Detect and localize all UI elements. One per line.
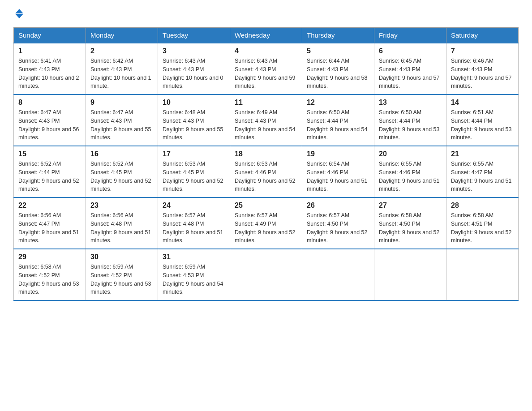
calendar-day-header: Thursday	[302, 28, 374, 43]
calendar-cell: 23 Sunrise: 6:56 AM Sunset: 4:48 PM Dayl…	[86, 197, 158, 249]
calendar-day-header: Saturday	[446, 28, 519, 43]
calendar-header-row: SundayMondayTuesdayWednesdayThursdayFrid…	[14, 28, 519, 43]
calendar-cell: 13 Sunrise: 6:50 AM Sunset: 4:44 PM Dayl…	[374, 94, 446, 146]
day-number: 25	[235, 201, 297, 210]
calendar-cell: 8 Sunrise: 6:47 AM Sunset: 4:43 PM Dayli…	[14, 94, 86, 146]
day-info: Sunrise: 6:57 AM Sunset: 4:50 PM Dayligh…	[307, 211, 369, 245]
day-info: Sunrise: 6:46 AM Sunset: 4:43 PM Dayligh…	[451, 57, 514, 90]
day-number: 9	[90, 98, 153, 107]
day-number: 27	[379, 201, 442, 210]
day-info: Sunrise: 6:43 AM Sunset: 4:43 PM Dayligh…	[163, 57, 225, 90]
day-number: 22	[18, 201, 81, 210]
calendar-cell: 15 Sunrise: 6:52 AM Sunset: 4:44 PM Dayl…	[14, 146, 86, 197]
day-number: 14	[451, 98, 514, 107]
day-info: Sunrise: 6:58 AM Sunset: 4:50 PM Dayligh…	[379, 211, 442, 245]
day-number: 5	[307, 47, 369, 55]
day-info: Sunrise: 6:52 AM Sunset: 4:44 PM Dayligh…	[18, 160, 81, 193]
calendar-cell: 6 Sunrise: 6:45 AM Sunset: 4:43 PM Dayli…	[374, 43, 446, 94]
day-info: Sunrise: 6:57 AM Sunset: 4:49 PM Dayligh…	[235, 211, 297, 245]
day-number: 31	[163, 253, 225, 261]
logo	[13, 9, 23, 18]
calendar-day-header: Monday	[86, 28, 158, 43]
day-number: 26	[307, 201, 369, 210]
day-number: 23	[90, 201, 153, 210]
day-info: Sunrise: 6:57 AM Sunset: 4:48 PM Dayligh…	[163, 211, 225, 245]
day-number: 15	[18, 150, 81, 158]
page-header	[13, 9, 519, 18]
day-number: 28	[451, 201, 514, 210]
calendar-table: SundayMondayTuesdayWednesdayThursdayFrid…	[13, 27, 519, 301]
calendar-cell	[302, 249, 374, 300]
day-number: 1	[18, 47, 81, 55]
calendar-cell	[374, 249, 446, 300]
day-info: Sunrise: 6:49 AM Sunset: 4:43 PM Dayligh…	[235, 108, 297, 142]
calendar-cell: 22 Sunrise: 6:56 AM Sunset: 4:47 PM Dayl…	[14, 197, 86, 249]
day-number: 29	[18, 253, 81, 261]
day-number: 10	[163, 98, 225, 107]
calendar-cell: 30 Sunrise: 6:59 AM Sunset: 4:52 PM Dayl…	[86, 249, 158, 300]
logo-icon	[15, 9, 23, 18]
calendar-cell: 25 Sunrise: 6:57 AM Sunset: 4:49 PM Dayl…	[230, 197, 302, 249]
calendar-cell: 18 Sunrise: 6:53 AM Sunset: 4:46 PM Dayl…	[230, 146, 302, 197]
day-info: Sunrise: 6:55 AM Sunset: 4:47 PM Dayligh…	[451, 160, 514, 193]
calendar-cell: 2 Sunrise: 6:42 AM Sunset: 4:43 PM Dayli…	[86, 43, 158, 94]
calendar-cell: 11 Sunrise: 6:49 AM Sunset: 4:43 PM Dayl…	[230, 94, 302, 146]
day-info: Sunrise: 6:53 AM Sunset: 4:45 PM Dayligh…	[163, 160, 225, 193]
calendar-day-header: Tuesday	[158, 28, 230, 43]
day-number: 12	[307, 98, 369, 107]
day-number: 20	[379, 150, 442, 158]
calendar-cell: 10 Sunrise: 6:48 AM Sunset: 4:43 PM Dayl…	[158, 94, 230, 146]
day-number: 13	[379, 98, 442, 107]
calendar-cell: 7 Sunrise: 6:46 AM Sunset: 4:43 PM Dayli…	[446, 43, 519, 94]
day-number: 19	[307, 150, 369, 158]
day-number: 11	[235, 98, 297, 107]
calendar-cell: 20 Sunrise: 6:55 AM Sunset: 4:46 PM Dayl…	[374, 146, 446, 197]
calendar-cell: 12 Sunrise: 6:50 AM Sunset: 4:44 PM Dayl…	[302, 94, 374, 146]
calendar-cell: 3 Sunrise: 6:43 AM Sunset: 4:43 PM Dayli…	[158, 43, 230, 94]
day-info: Sunrise: 6:58 AM Sunset: 4:51 PM Dayligh…	[451, 211, 514, 245]
calendar-cell: 31 Sunrise: 6:59 AM Sunset: 4:53 PM Dayl…	[158, 249, 230, 300]
day-number: 30	[90, 253, 153, 261]
day-number: 4	[235, 47, 297, 55]
day-info: Sunrise: 6:50 AM Sunset: 4:44 PM Dayligh…	[307, 108, 369, 142]
calendar-cell	[230, 249, 302, 300]
day-info: Sunrise: 6:56 AM Sunset: 4:48 PM Dayligh…	[90, 211, 153, 245]
day-info: Sunrise: 6:55 AM Sunset: 4:46 PM Dayligh…	[379, 160, 442, 193]
day-info: Sunrise: 6:56 AM Sunset: 4:47 PM Dayligh…	[18, 211, 81, 245]
calendar-week-row: 1 Sunrise: 6:41 AM Sunset: 4:43 PM Dayli…	[14, 43, 519, 94]
day-number: 21	[451, 150, 514, 158]
day-info: Sunrise: 6:50 AM Sunset: 4:44 PM Dayligh…	[379, 108, 442, 142]
calendar-cell: 28 Sunrise: 6:58 AM Sunset: 4:51 PM Dayl…	[446, 197, 519, 249]
calendar-cell: 29 Sunrise: 6:58 AM Sunset: 4:52 PM Dayl…	[14, 249, 86, 300]
calendar-cell: 21 Sunrise: 6:55 AM Sunset: 4:47 PM Dayl…	[446, 146, 519, 197]
day-number: 18	[235, 150, 297, 158]
day-info: Sunrise: 6:44 AM Sunset: 4:43 PM Dayligh…	[307, 57, 369, 90]
day-info: Sunrise: 6:47 AM Sunset: 4:43 PM Dayligh…	[18, 108, 81, 142]
calendar-cell: 16 Sunrise: 6:52 AM Sunset: 4:45 PM Dayl…	[86, 146, 158, 197]
day-info: Sunrise: 6:47 AM Sunset: 4:43 PM Dayligh…	[90, 108, 153, 142]
day-info: Sunrise: 6:43 AM Sunset: 4:43 PM Dayligh…	[235, 57, 297, 90]
day-number: 6	[379, 47, 442, 55]
day-number: 2	[90, 47, 153, 55]
calendar-cell: 5 Sunrise: 6:44 AM Sunset: 4:43 PM Dayli…	[302, 43, 374, 94]
calendar-week-row: 22 Sunrise: 6:56 AM Sunset: 4:47 PM Dayl…	[14, 197, 519, 249]
day-info: Sunrise: 6:42 AM Sunset: 4:43 PM Dayligh…	[90, 57, 153, 90]
day-info: Sunrise: 6:53 AM Sunset: 4:46 PM Dayligh…	[235, 160, 297, 193]
day-number: 24	[163, 201, 225, 210]
day-info: Sunrise: 6:52 AM Sunset: 4:45 PM Dayligh…	[90, 160, 153, 193]
day-info: Sunrise: 6:54 AM Sunset: 4:46 PM Dayligh…	[307, 160, 369, 193]
calendar-day-header: Friday	[374, 28, 446, 43]
day-info: Sunrise: 6:59 AM Sunset: 4:52 PM Dayligh…	[90, 263, 153, 296]
calendar-cell: 14 Sunrise: 6:51 AM Sunset: 4:44 PM Dayl…	[446, 94, 519, 146]
day-number: 7	[451, 47, 514, 55]
day-number: 16	[90, 150, 153, 158]
calendar-cell: 24 Sunrise: 6:57 AM Sunset: 4:48 PM Dayl…	[158, 197, 230, 249]
calendar-week-row: 8 Sunrise: 6:47 AM Sunset: 4:43 PM Dayli…	[14, 94, 519, 146]
calendar-day-header: Sunday	[14, 28, 86, 43]
calendar-cell: 1 Sunrise: 6:41 AM Sunset: 4:43 PM Dayli…	[14, 43, 86, 94]
calendar-cell: 19 Sunrise: 6:54 AM Sunset: 4:46 PM Dayl…	[302, 146, 374, 197]
day-number: 3	[163, 47, 225, 55]
day-info: Sunrise: 6:41 AM Sunset: 4:43 PM Dayligh…	[18, 57, 81, 90]
calendar-day-header: Wednesday	[230, 28, 302, 43]
calendar-cell	[446, 249, 519, 300]
